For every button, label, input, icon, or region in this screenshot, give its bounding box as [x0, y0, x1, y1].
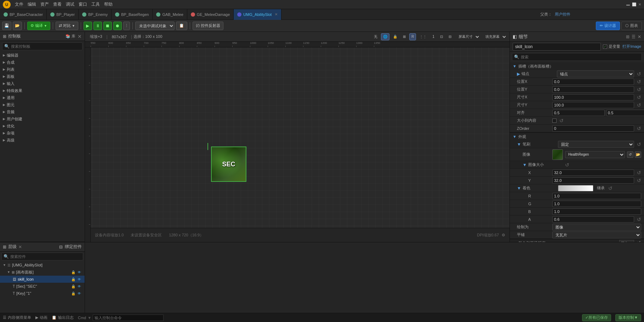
- imgsize-x-input[interactable]: [552, 169, 634, 176]
- size-y-input[interactable]: [552, 102, 634, 108]
- world-mode-btn[interactable]: 🌐: [381, 33, 389, 40]
- compare-dropdown[interactable]: ▼: [72, 24, 75, 28]
- control-search-box[interactable]: 🔍: [2, 42, 82, 50]
- menu-item-view[interactable]: 查看: [53, 1, 62, 7]
- more-play-button[interactable]: ⋮: [123, 22, 130, 30]
- tab-bp-player[interactable]: BP_Player: [47, 9, 79, 20]
- category-input[interactable]: ▶输入: [0, 80, 85, 87]
- dist-btn[interactable]: ⊟: [446, 33, 454, 40]
- b-input[interactable]: [552, 208, 641, 215]
- content-slider-btn[interactable]: ☰ 内容侧滑菜单: [3, 315, 31, 320]
- output-log-btn[interactable]: 📋 输出日志: [52, 315, 74, 320]
- size-x-input[interactable]: [552, 94, 634, 100]
- color-opacity-group-header[interactable]: ▼ 颜色和不透明度 固定 ↺: [510, 239, 644, 242]
- layer-search-input[interactable]: [10, 254, 81, 259]
- load-button[interactable]: 📂: [13, 22, 22, 30]
- pos-x-reset[interactable]: ↺: [637, 79, 641, 85]
- tab-bp-enemy[interactable]: BP_Enemy: [79, 9, 112, 20]
- appearance-group-header[interactable]: ▼ 外观: [510, 133, 644, 140]
- image-refresh-btn[interactable]: ↺: [627, 151, 633, 158]
- skill-icon-widget[interactable]: SEC: [211, 146, 246, 182]
- brush-expand-icon[interactable]: ▼: [517, 142, 521, 147]
- fill-select[interactable]: 填充屏幕: [482, 33, 507, 40]
- tab-bp-baseregen[interactable]: BP_BaseRegen: [112, 9, 153, 20]
- size-y-reset[interactable]: ↺: [637, 102, 641, 108]
- grid-snap-btn[interactable]: ⋮⋮: [417, 33, 429, 40]
- designer-button[interactable]: ✏ 设计器: [596, 22, 620, 30]
- details-list-icon[interactable]: ☰: [632, 34, 636, 39]
- category-optimize[interactable]: ▶优化: [0, 122, 85, 130]
- menu-item-debug[interactable]: 调试: [66, 1, 74, 7]
- num-btn[interactable]: 1: [430, 33, 437, 40]
- snap-btn[interactable]: 🔒: [391, 33, 399, 40]
- debug-target-select[interactable]: 未选中调试对象: [135, 22, 175, 30]
- category-general[interactable]: ▶通用: [0, 94, 85, 101]
- tree-sec[interactable]: T [Sec] "SEC" 🔒 👁: [0, 283, 85, 290]
- tint-reset[interactable]: ↺: [608, 185, 612, 191]
- menu-item-tools[interactable]: 工具: [91, 1, 100, 7]
- category-advanced[interactable]: ▶高级: [0, 137, 85, 144]
- widget-name-input[interactable]: [513, 43, 601, 51]
- key-lock-icon[interactable]: 🔒: [71, 291, 76, 296]
- open-image-link[interactable]: 打开Image: [622, 44, 641, 49]
- is-variable-checkbox[interactable]: 是变量: [603, 44, 620, 49]
- a-input[interactable]: [552, 216, 634, 223]
- category-panel[interactable]: ▶面板: [0, 73, 85, 80]
- version-control-button[interactable]: 版本控制▼: [615, 314, 641, 321]
- is-variable-check[interactable]: [603, 45, 607, 49]
- menu-item-help[interactable]: 帮助: [104, 1, 113, 7]
- debug-target-icon[interactable]: 📋: [176, 22, 187, 30]
- tab-ge-melee[interactable]: GE_MeleeDamage: [187, 9, 234, 20]
- category-primitive[interactable]: ▶图元: [0, 101, 85, 108]
- draw-as-select[interactable]: 图像: [552, 224, 641, 231]
- brush-reset[interactable]: ↺: [637, 142, 641, 147]
- category-misc[interactable]: ▶杂项: [0, 130, 85, 137]
- canvas-vis-icon[interactable]: 👁: [77, 270, 82, 275]
- imgsize-x-reset[interactable]: ↺: [637, 170, 641, 176]
- tab-bp-base[interactable]: BP_BaseCharacter: [0, 9, 47, 20]
- props-search-box[interactable]: 🔍: [512, 53, 642, 61]
- dpi-settings-icon[interactable]: ⚙: [502, 233, 505, 237]
- no-mode-btn[interactable]: 无: [372, 33, 380, 40]
- image-browse-btn[interactable]: 📂: [635, 151, 641, 158]
- imgsize-y-input[interactable]: [552, 177, 634, 184]
- anchor-expand-icon[interactable]: ▶: [517, 71, 520, 76]
- tree-canvas[interactable]: ▼ ⊞ [画布面板] 🔒 👁: [0, 269, 85, 276]
- category-effects[interactable]: ▶特殊效果: [0, 87, 85, 94]
- zorder-input[interactable]: [552, 125, 634, 132]
- play-button[interactable]: ▶: [84, 22, 92, 30]
- slot-group-header[interactable]: ▼ 插槽（画布面板槽）: [510, 62, 644, 70]
- size-content-reset[interactable]: ↺: [559, 118, 564, 123]
- tree-root[interactable]: ▼ ☰ [UMG_AbilitySlot]: [0, 261, 85, 269]
- align-x-input[interactable]: [552, 110, 605, 116]
- tiling-select[interactable]: 无瓦片: [552, 231, 641, 238]
- tab-gab-melee[interactable]: GAB_Melee: [153, 9, 187, 20]
- save-all-button[interactable]: ✓ 所有已保存: [582, 314, 611, 321]
- grid-btn[interactable]: ⊞: [401, 33, 408, 40]
- details-close-icon[interactable]: ✕: [638, 34, 641, 39]
- brush-mode-select[interactable]: 固定: [558, 141, 634, 148]
- tint-expand-icon[interactable]: ▼: [517, 186, 521, 191]
- animation-btn[interactable]: ▶ 动画: [35, 315, 47, 320]
- canvas-content[interactable]: SEC: [91, 47, 509, 228]
- tab-close-umg[interactable]: ✕: [275, 12, 278, 16]
- canvas-lock-icon[interactable]: 🔒: [71, 270, 76, 275]
- category-editor[interactable]: ▶编辑器: [0, 52, 85, 59]
- category-audio[interactable]: ▶音频: [0, 108, 85, 115]
- reflector-button[interactable]: ⟨/⟩ 控件反射器: [193, 22, 223, 30]
- stop-button[interactable]: ⏹: [103, 22, 112, 30]
- pause-button[interactable]: ⏸: [93, 22, 102, 30]
- graph-button[interactable]: ⬡ 图表: [621, 22, 642, 30]
- category-user[interactable]: ▶用户创建: [0, 115, 85, 122]
- zorder-reset[interactable]: ↺: [637, 126, 641, 131]
- a-reset[interactable]: ↺: [637, 217, 641, 222]
- save-button[interactable]: 💾: [2, 22, 11, 30]
- layer-search-box[interactable]: 🔍: [1, 253, 83, 260]
- skill-icon-vis-icon[interactable]: 👁: [77, 277, 82, 282]
- console-input[interactable]: [93, 315, 164, 321]
- canvas-viewport[interactable]: 550 600 650 700 750 800 850 900 950 1000…: [85, 42, 509, 242]
- tab-umg-ability[interactable]: UMG_AbilitySlot ✕: [234, 9, 281, 20]
- sec-lock-icon[interactable]: 🔒: [71, 284, 76, 289]
- align-btn[interactable]: ⊡: [438, 33, 445, 40]
- control-panel-close[interactable]: ✕: [78, 34, 82, 39]
